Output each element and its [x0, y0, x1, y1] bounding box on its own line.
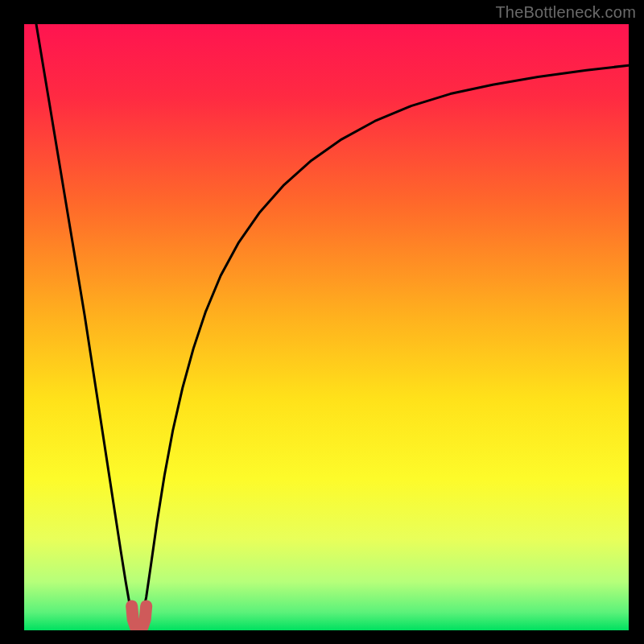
watermark-text: TheBottleneck.com [495, 3, 636, 22]
plot-area [24, 24, 629, 630]
chart-svg [24, 24, 629, 630]
gradient-background [24, 24, 629, 630]
chart-frame: TheBottleneck.com [0, 0, 644, 644]
